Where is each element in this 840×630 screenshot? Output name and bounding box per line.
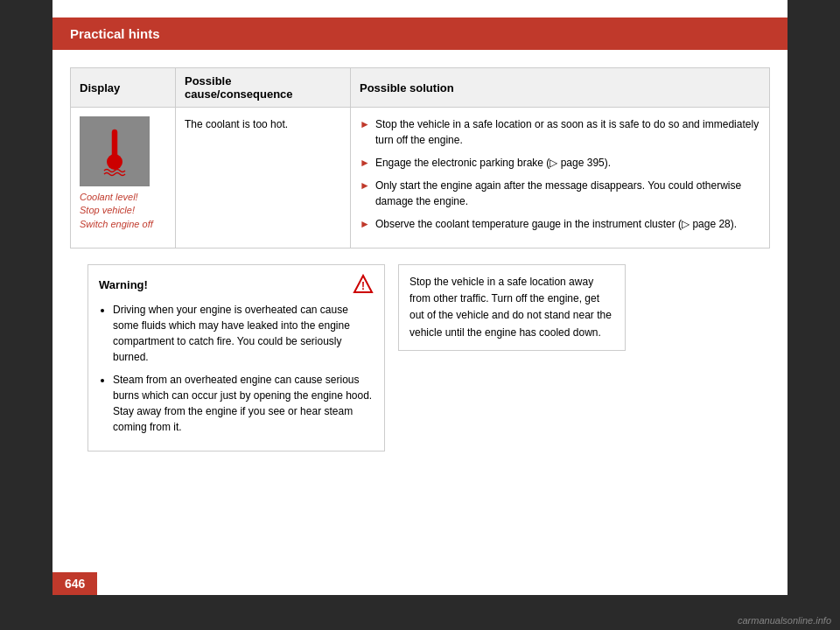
solution-text-3: Only start the engine again after the me… <box>375 178 760 209</box>
cause-cell: The coolant is too hot. <box>176 108 351 248</box>
solution-text-1: Stop the vehicle in a safe location or a… <box>375 116 760 148</box>
svg-rect-0 <box>112 130 117 158</box>
info-table: Display Possible cause/consequence Possi… <box>70 67 770 248</box>
solution-text-4: Observe the coolant temperature gauge in… <box>375 216 737 232</box>
coolant-line1: Coolant level! <box>80 191 166 204</box>
solution-item-1: ► Stop the vehicle in a safe location or… <box>360 116 760 148</box>
coolant-label: Coolant level! Stop vehicle! Switch engi… <box>80 191 166 231</box>
bottom-section: Warning! ! Driving when your engine is o… <box>70 264 770 452</box>
solution-item-3: ► Only start the engine again after the … <box>360 178 760 209</box>
warning-item-2: Steam from an overheated engine can caus… <box>113 372 374 435</box>
col-display: Display <box>71 68 176 108</box>
info-box: Stop the vehicle in a safe location away… <box>398 264 626 351</box>
col-solution: Possible solution <box>351 68 770 108</box>
watermark: carmanualsonline.info <box>738 615 831 626</box>
coolant-icon-container <box>80 116 150 186</box>
warning-list: Driving when your engine is overheated c… <box>99 302 374 435</box>
info-text: Stop the vehicle in a safe location away… <box>410 276 612 339</box>
arrow-icon-3: ► <box>360 178 370 193</box>
warning-header: Warning! ! <box>99 274 374 295</box>
col-cause: Possible cause/consequence <box>176 68 351 108</box>
arrow-icon-4: ► <box>360 216 370 232</box>
page-header: Practical hints <box>52 18 788 50</box>
coolant-line3: Switch engine off <box>80 218 166 231</box>
solution-cell: ► Stop the vehicle in a safe location or… <box>351 108 770 248</box>
warning-title: Warning! <box>99 278 148 291</box>
solution-item-4: ► Observe the coolant temperature gauge … <box>360 216 760 232</box>
warning-item-1: Driving when your engine is overheated c… <box>113 302 374 365</box>
solution-text-2: Engage the electronic parking brake (▷ p… <box>375 155 611 171</box>
svg-point-1 <box>107 154 122 170</box>
svg-text:!: ! <box>361 280 365 292</box>
page-number: 646 <box>52 572 97 595</box>
display-cell: Coolant level! Stop vehicle! Switch engi… <box>71 108 176 248</box>
table-row: Coolant level! Stop vehicle! Switch engi… <box>71 108 770 248</box>
thermometer-icon <box>97 125 132 178</box>
warning-triangle-icon: ! <box>353 274 374 295</box>
page-title: Practical hints <box>70 26 160 41</box>
main-content: Display Possible cause/consequence Possi… <box>52 50 788 460</box>
coolant-line2: Stop vehicle! <box>80 204 166 217</box>
cause-text: The coolant is too hot. <box>185 118 288 130</box>
warning-box: Warning! ! Driving when your engine is o… <box>88 264 385 452</box>
arrow-icon-1: ► <box>360 116 370 132</box>
solution-item-2: ► Engage the electronic parking brake (▷… <box>360 155 760 171</box>
arrow-icon-2: ► <box>360 155 370 171</box>
